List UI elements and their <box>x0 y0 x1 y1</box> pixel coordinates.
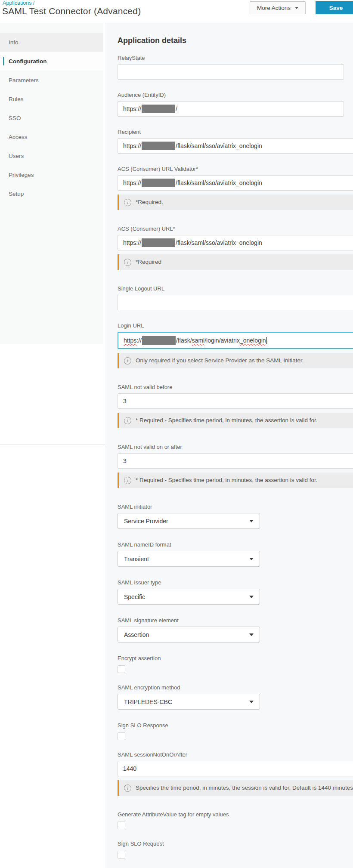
note-text: * Required - Specifies time period, in m… <box>136 476 317 485</box>
saml-initiator-select[interactable]: Service Provider <box>118 513 260 529</box>
field-login-url: Login URL https:///flask/saml/login/avia… <box>118 322 353 368</box>
saml-not-valid-after-input[interactable]: 3 <box>118 453 353 469</box>
chevron-down-icon <box>249 633 254 636</box>
breadcrumb[interactable]: Applications / <box>3 0 34 6</box>
field-generate-attributevalue-tag: Generate AttributeValue tag for empty va… <box>118 811 353 829</box>
url-segment: /flask/ <box>176 337 192 344</box>
saml-not-valid-before-input[interactable]: 3 <box>118 393 353 409</box>
redacted-value <box>142 238 175 247</box>
sidebar-item-label: Rules <box>9 96 24 102</box>
sidebar-item-users[interactable]: Users <box>0 146 103 165</box>
sidebar-item-info[interactable]: Info <box>0 33 103 52</box>
saml-session-not-on-or-after-input[interactable]: 1440 <box>118 761 353 776</box>
field-relaystate: RelayState <box>118 55 353 80</box>
acs-url-input[interactable]: https:///flask/saml/sso/aviatrix_onelogi… <box>118 235 353 250</box>
sidebar-item-label: Access <box>9 134 28 140</box>
sidebar-item-privileges[interactable]: Privileges <box>0 165 103 184</box>
field-label: Recipient <box>118 129 353 135</box>
sign-slo-response-checkbox[interactable] <box>118 732 125 740</box>
redacted-value <box>142 142 175 150</box>
redacted-value <box>142 179 175 187</box>
info-icon: i <box>124 785 131 792</box>
note-text: Specifies the time period, in minutes, t… <box>136 784 353 792</box>
sidebar-item-label: Parameters <box>9 77 39 83</box>
relaystate-input[interactable] <box>118 64 344 80</box>
field-saml-not-valid-after: SAML not valid on or after 3 i * Require… <box>118 444 353 488</box>
url-suffix: / <box>176 105 177 112</box>
login-url-input[interactable]: https:///flask/saml/login/aviatrix_onelo… <box>118 332 353 349</box>
sidebar-item-parameters[interactable]: Parameters <box>0 71 103 90</box>
chevron-down-icon <box>295 7 298 9</box>
sidebar-item-sso[interactable]: SSO <box>0 108 103 127</box>
sidebar-item-label: Setup <box>9 191 24 197</box>
url-suffix: /flask/saml/sso/aviatrix_onelogin <box>176 142 262 149</box>
field-label: SAML encryption method <box>118 684 353 691</box>
encrypt-assertion-checkbox[interactable] <box>118 665 125 673</box>
sidebar-item-access[interactable]: Access <box>0 127 103 146</box>
application-details-panel: Application details RelayState Audience … <box>105 23 353 868</box>
url-segment: :// <box>136 337 142 344</box>
field-saml-not-valid-before: SAML not valid before 3 i * Required - S… <box>118 384 353 428</box>
field-label: SAML not valid on or after <box>118 444 353 450</box>
field-note: i *Required <box>118 254 353 270</box>
field-saml-signature-element: SAML signature element Assertion <box>118 617 353 643</box>
text-cursor <box>266 337 267 344</box>
sidebar-item-label: SSO <box>9 115 21 121</box>
sign-slo-request-checkbox[interactable] <box>118 851 125 859</box>
more-actions-button[interactable]: More Actions <box>250 1 306 14</box>
field-label: Audience (EntityID) <box>118 92 353 98</box>
field-label: Sign SLO Request <box>118 840 353 847</box>
note-text: * Required - Specifies time period, in m… <box>136 416 317 425</box>
generate-attributevalue-checkbox[interactable] <box>118 822 125 829</box>
sidebar-item-setup[interactable]: Setup <box>0 184 103 203</box>
select-value: Assertion <box>124 631 149 638</box>
field-label: Login URL <box>118 322 353 329</box>
sidebar-item-label: Privileges <box>9 172 34 178</box>
page-title: SAML Test Connector (Advanced) <box>2 6 141 16</box>
sidebar-item-configuration[interactable]: Configuration <box>0 52 103 71</box>
recipient-input[interactable]: https:///flask/saml/sso/aviatrix_onelogi… <box>118 138 353 154</box>
info-icon: i <box>124 357 131 364</box>
field-sign-slo-response: Sign SLO Response <box>118 722 353 740</box>
sidebar-nav: Info Configuration Parameters Rules SSO … <box>0 23 103 344</box>
audience-input[interactable]: https:/// <box>118 101 344 117</box>
field-encrypt-assertion: Encrypt assertion <box>118 655 353 673</box>
redacted-value <box>142 105 175 113</box>
acs-url-validator-input[interactable]: https:///flask/saml/sso/aviatrix_onelogi… <box>118 175 353 191</box>
field-label: Encrypt assertion <box>118 655 353 661</box>
chevron-down-icon <box>249 701 254 703</box>
saml-encryption-method-select[interactable]: TRIPLEDES-CBC <box>118 694 260 710</box>
sidebar-item-rules[interactable]: Rules <box>0 90 103 108</box>
field-note: i Only required if you select Service Pr… <box>118 353 353 368</box>
field-label: Sign SLO Response <box>118 722 353 729</box>
field-label: Generate AttributeValue tag for empty va… <box>118 811 353 818</box>
field-note: i * Required - Specifies time period, in… <box>118 413 353 428</box>
field-label: Single Logout URL <box>118 285 353 292</box>
single-logout-url-input[interactable] <box>118 295 353 310</box>
field-label: SAML not valid before <box>118 384 353 390</box>
save-label: Save <box>329 5 343 11</box>
field-sign-slo-request: Sign SLO Request <box>118 840 353 859</box>
field-note: i *Required. <box>118 195 353 210</box>
select-value: TRIPLEDES-CBC <box>124 698 172 705</box>
saml-nameid-format-select[interactable]: Transient <box>118 551 260 567</box>
field-saml-encryption-method: SAML encryption method TRIPLEDES-CBC <box>118 684 353 710</box>
info-icon: i <box>124 477 131 484</box>
field-label: ACS (Consumer) URL* <box>118 225 353 232</box>
field-label: SAML initiator <box>118 504 353 510</box>
redacted-value <box>142 336 176 345</box>
sidebar-item-label: Configuration <box>9 58 46 65</box>
save-button[interactable]: Save <box>316 1 353 14</box>
url-segment: _onelogin <box>240 337 266 344</box>
url-segment: https <box>124 337 136 344</box>
url-suffix: /flask/saml/sso/aviatrix_onelogin <box>176 239 262 246</box>
saml-issuer-type-select[interactable]: Specific <box>118 589 260 605</box>
saml-signature-element-select[interactable]: Assertion <box>118 627 260 643</box>
note-text: Only required if you select Service Prov… <box>136 356 303 365</box>
field-label: SAML issuer type <box>118 579 353 586</box>
active-tab-indicator <box>3 57 4 65</box>
info-icon: i <box>124 259 131 266</box>
field-saml-issuer-type: SAML issuer type Specific <box>118 579 353 605</box>
field-label: ACS (Consumer) URL Validator* <box>118 166 353 172</box>
field-label: RelayState <box>118 55 353 61</box>
